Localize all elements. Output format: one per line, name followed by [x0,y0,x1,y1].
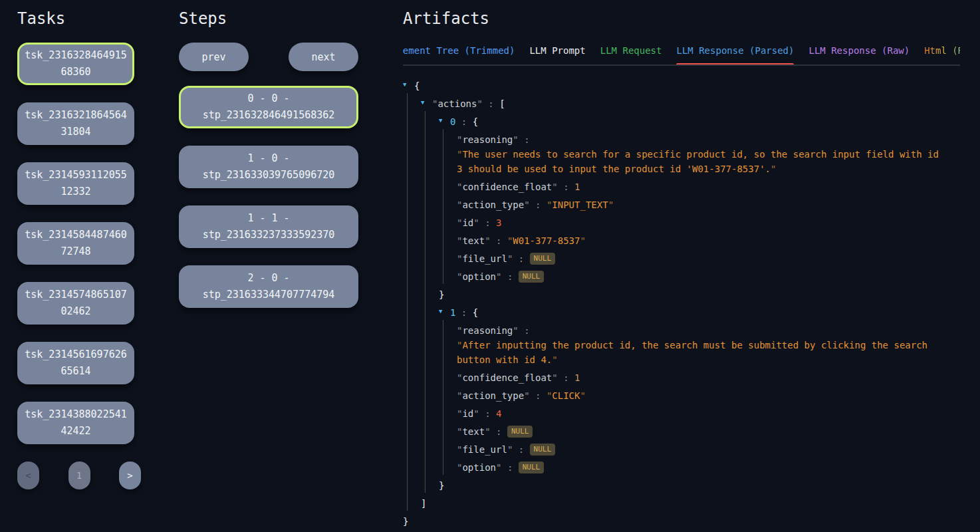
null-badge: NULL [519,462,545,473]
task-button[interactable]: tsk_231456169762665614 [17,342,134,384]
task-button[interactable]: tsk_231632186456431804 [17,102,134,145]
task-button[interactable]: tsk_231457486510702462 [17,282,134,325]
pagination-page-button[interactable]: 1 [68,462,90,489]
tree-caret-icon[interactable]: ▼ [439,302,450,320]
indent-guide [425,475,439,493]
tasks-pagination: < 1 > [17,462,141,489]
tab-html-raw[interactable]: Html (Raw) [924,45,960,65]
indent-guide [407,230,421,248]
step-button[interactable]: 1 - 0 -stp_231633039765096720 [179,146,358,188]
tree-row: "confidence_float" : 1 [403,176,960,194]
tab-element-tree-trimmed[interactable]: Element Tree (Trimmed) [403,45,515,65]
indent-guide [407,421,421,439]
artifacts-panel: Artifacts Element Tree (Trimmed)LLM Prom… [403,0,960,529]
json-token: : [519,325,530,336]
tab-llm-response-parsed[interactable]: LLM Response (Parsed) [676,45,794,65]
json-token: : [455,116,472,127]
json-key: actions [437,98,477,109]
json-token: : [501,462,518,473]
indent-guide [407,403,421,421]
indent-guide [443,230,457,248]
indent-guide [407,320,421,338]
indent-guide [425,385,439,403]
indent-guide [407,111,421,129]
indent-guide [425,194,439,212]
indent-guide [443,338,457,367]
json-token: : [530,200,547,210]
json-token: { [414,80,420,91]
prev-step-button[interactable]: prev [179,43,249,71]
indent-guide [425,439,439,457]
json-token: : [501,271,518,282]
json-token: : [513,253,529,264]
tree-caret-icon[interactable]: ▼ [421,93,432,111]
indent-guide [407,248,421,266]
tree-row-content: "option" : NULL [457,457,544,475]
json-token: : [483,98,499,109]
task-button[interactable]: tsk_231632846491568360 [17,43,134,85]
step-button[interactable]: 1 - 1 -stp_231633237333592370 [179,205,358,248]
json-token: : [491,426,507,437]
tree-row: "reasoning" : [403,320,960,338]
tree-row: ▼0 : { [403,111,960,129]
indent-guide [425,367,439,385]
pagination-next-button[interactable]: > [119,462,141,489]
next-step-button[interactable]: next [289,43,358,71]
tree-row: "file_url" : NULL [403,248,960,266]
indent-guide [425,338,439,367]
tree-caret-icon[interactable]: ▼ [439,111,450,129]
tree-row-content: "file_url" : NULL [457,248,555,266]
json-token: { [473,307,478,318]
tree-row-content: } [439,475,444,493]
indent-guide [425,403,439,421]
json-token: : [455,307,472,318]
json-key: text [462,235,485,246]
task-button[interactable]: tsk_231459311205512332 [17,162,134,205]
task-button[interactable]: tsk_231458448746072748 [17,222,134,265]
steps-title: Steps [179,9,358,28]
json-token: : [513,444,529,455]
json-token: 1 [574,372,580,383]
indent-guide [425,147,439,176]
tab-llm-prompt[interactable]: LLM Prompt [529,45,585,65]
task-button[interactable]: tsk_231438802254142422 [17,402,134,444]
indent-guide [407,147,421,176]
indent-guide [443,266,457,284]
pagination-prev-button[interactable]: < [17,462,39,489]
tree-row-content: } [439,284,444,302]
tree-row-content: "The user needs to search for a specific… [457,147,941,176]
step-button[interactable]: 0 - 0 -stp_231632846491568362 [179,86,358,128]
indent-guide [443,421,457,439]
indent-guide [407,493,421,511]
json-key: text [462,426,485,437]
tree-row: "confidence_float" : 1 [403,367,960,385]
null-badge: NULL [530,253,556,265]
json-key: action_type [462,200,524,210]
indent-guide [407,439,421,457]
indent-guide [443,403,457,421]
tree-row-content: "file_url" : NULL [457,439,555,457]
step-button[interactable]: 2 - 0 -stp_231633344707774794 [179,265,358,308]
tree-row: "id" : 4 [403,403,960,421]
tree-row-content: "text" : "W01-377-8537" [457,230,586,248]
step-button-line1: 0 - 0 - [247,90,289,107]
indent-guide [407,194,421,212]
tree-row: "The user needs to search for a specific… [403,147,960,176]
json-token: } [439,480,444,491]
tree-row-content: } [403,511,408,529]
steps-nav: prev next [179,43,358,71]
tasks-title: Tasks [17,9,134,28]
json-tree-viewer: ▼{▼"actions" : [▼0 : {"reasoning" :"The … [403,66,960,529]
tree-row: "action_type" : "INPUT_TEXT" [403,194,960,212]
tab-llm-response-raw[interactable]: LLM Response (Raw) [808,45,910,65]
indent-guide [425,111,439,129]
indent-guide [425,266,439,284]
json-string-value: INPUT_TEXT [552,200,608,210]
indent-guide [407,266,421,284]
tree-row-content: "action_type" : "CLICK" [457,385,586,403]
indent-guide [407,284,421,302]
tree-row: ▼{ [403,75,960,93]
tab-llm-request[interactable]: LLM Request [600,45,662,65]
tree-caret-icon[interactable]: ▼ [403,75,414,93]
tree-row-content: 0 : { [450,111,478,129]
